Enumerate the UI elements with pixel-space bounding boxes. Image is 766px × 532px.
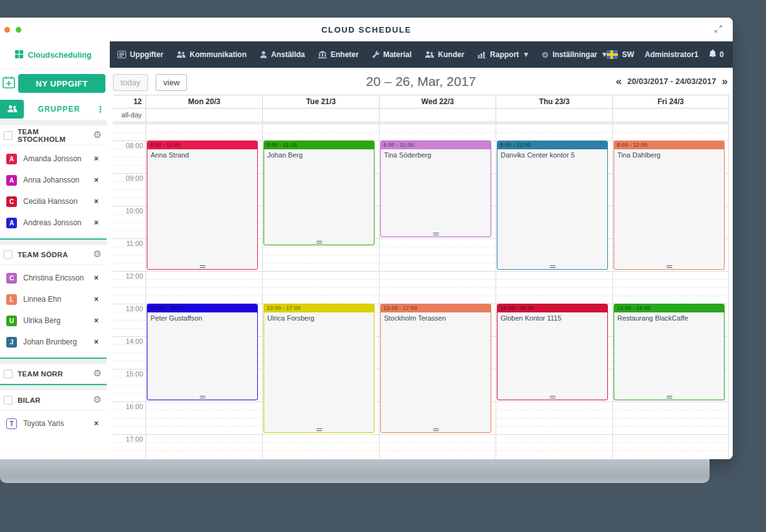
view-button[interactable]: view xyxy=(156,74,187,91)
close-icon[interactable]: × xyxy=(92,295,100,304)
nav-item-inst-llningar[interactable]: ⚙Inställningar▼ xyxy=(541,50,607,60)
member-ulrika-berg[interactable]: UUlrika Berg× xyxy=(0,310,107,331)
event-title: Tina Söderberg xyxy=(381,149,491,161)
member-name: Anna Johansson xyxy=(23,176,86,184)
event-stockholm-terassen[interactable]: 13:00 - 17:00Stockholm Terassen xyxy=(380,304,491,433)
group-checkbox[interactable] xyxy=(4,370,13,378)
close-icon[interactable]: × xyxy=(92,338,100,346)
resize-handle-icon[interactable] xyxy=(433,233,439,235)
event-time: 13:00 - 16:00 xyxy=(147,304,257,312)
event-restaurang-blackcaffe[interactable]: 13:00 - 16:00Restaurang BlackCaffe xyxy=(614,304,725,400)
event-tina-s-derberg[interactable]: 8:00 - 11:00Tina Söderberg xyxy=(380,141,491,237)
resize-handle-icon[interactable] xyxy=(316,428,322,431)
event-tina-dahlberg[interactable]: 8:00 - 12:00Tina Dahlberg xyxy=(614,141,725,270)
nav-item-label: Enheter xyxy=(331,50,359,59)
event-johan-berg[interactable]: 8:00 - 11:15Johan Berg xyxy=(263,141,375,245)
nav-item-anst-llda[interactable]: Anställda xyxy=(260,50,305,59)
group-checkbox[interactable] xyxy=(4,131,13,140)
close-icon[interactable]: × xyxy=(92,274,100,282)
calendar-time-grid[interactable]: 08:0009:0010:0011:0012:0013:0014:0015:00… xyxy=(113,124,729,459)
close-icon[interactable]: × xyxy=(92,218,100,227)
event-ulrica-forsberg[interactable]: 13:00 - 17:00Ulrica Forsberg xyxy=(263,304,375,433)
nav-item-label: Material xyxy=(383,50,412,59)
today-button[interactable]: today xyxy=(113,74,148,91)
day-header-thu-23-3: Thu 23/3 xyxy=(496,95,612,109)
member-amanda-jonsson[interactable]: AAmanda Jonsson× xyxy=(0,148,107,169)
allday-cell[interactable] xyxy=(496,109,612,122)
language-flag-icon[interactable] xyxy=(607,50,618,59)
close-icon[interactable]: × xyxy=(92,419,100,428)
main-area: UppgifterKommunikationAnställdaEnheterMa… xyxy=(107,41,733,459)
member-toyota-yaris[interactable]: TToyota Yaris× xyxy=(0,413,107,434)
resize-handle-icon[interactable] xyxy=(666,265,672,268)
groups-menu-icon[interactable]: ⋮ xyxy=(94,105,107,114)
avatar: J xyxy=(6,337,17,348)
resize-handle-icon[interactable] xyxy=(666,396,672,398)
resize-handle-icon[interactable] xyxy=(199,396,205,398)
allday-cell[interactable] xyxy=(379,109,496,122)
member-cecilia-hansson[interactable]: CCecilia Hansson× xyxy=(0,191,107,212)
time-label: 08:00 xyxy=(113,142,143,149)
group-header: TEAM NORR⚙ xyxy=(0,364,107,384)
allday-cell[interactable] xyxy=(612,109,729,122)
resize-handle-icon[interactable] xyxy=(433,428,439,431)
event-title: Globen Kontor 1115 xyxy=(497,312,607,324)
close-icon[interactable]: × xyxy=(92,197,100,206)
gear-icon[interactable]: ⚙ xyxy=(93,130,102,140)
event-anna-strand[interactable]: 8:00 - 12:00Anna Strand xyxy=(147,141,258,270)
member-johan-brunberg[interactable]: JJohan Brunberg× xyxy=(0,331,107,353)
brand[interactable]: Cloudscheduling xyxy=(0,41,107,69)
window-zoom-dot[interactable] xyxy=(16,27,21,33)
user-name[interactable]: Administrator1 xyxy=(645,50,698,59)
event-time: 13:00 - 16:00 xyxy=(614,304,724,312)
event-time: 8:00 - 11:15 xyxy=(264,141,374,149)
resize-handle-icon[interactable] xyxy=(199,265,205,268)
allday-cell[interactable] xyxy=(262,109,379,122)
gear-icon[interactable]: ⚙ xyxy=(93,395,102,405)
member-linnea-ehn[interactable]: LLinnea Ehn× xyxy=(0,289,107,310)
nav-item-material[interactable]: Material xyxy=(372,50,412,59)
nav-item-kommunikation[interactable]: Kommunikation xyxy=(176,50,247,59)
groups-icon[interactable] xyxy=(0,100,24,119)
close-icon[interactable]: × xyxy=(92,176,100,184)
gear-icon[interactable]: ⚙ xyxy=(93,369,102,378)
member-andreas-jonsson[interactable]: AAndreas Jonsson× xyxy=(0,212,107,233)
group-name: TEAM STOCKHOLM xyxy=(18,128,88,143)
next-week-icon[interactable]: » xyxy=(722,76,728,87)
notifications-button[interactable]: 0 xyxy=(709,50,724,60)
event-time: 13:00 - 16:00 xyxy=(497,304,607,312)
group-bilar: BILAR⚙TToyota Yaris× xyxy=(0,390,107,439)
group-header: TEAM SÖDRA⚙ xyxy=(0,245,107,265)
groups-label: GRUPPER xyxy=(24,105,94,114)
group-name: BILAR xyxy=(18,396,88,404)
nav-item-rapport[interactable]: Rapport▼ xyxy=(477,50,528,59)
section-gap xyxy=(0,359,107,364)
new-task-button[interactable]: NY UPPGIFT xyxy=(18,74,105,93)
group-checkbox[interactable] xyxy=(4,250,13,259)
sidebar: Cloudscheduling NY UPPGIFT GRUPPER ⋮ TEA… xyxy=(0,41,107,459)
allday-cell[interactable] xyxy=(146,109,262,122)
resize-handle-icon[interactable] xyxy=(316,241,322,243)
resize-handle-icon[interactable] xyxy=(550,265,555,268)
expand-icon[interactable] xyxy=(714,24,723,36)
avatar: C xyxy=(6,196,17,207)
gear-icon[interactable]: ⚙ xyxy=(93,250,102,259)
resize-handle-icon[interactable] xyxy=(550,396,555,398)
close-icon[interactable]: × xyxy=(92,316,100,325)
prev-week-icon[interactable]: « xyxy=(615,76,621,87)
event-danviks-center-kontor-5[interactable]: 8:00 - 12:00Danviks Center kontor 5 xyxy=(497,141,608,270)
group-checkbox[interactable] xyxy=(4,396,13,405)
member-christina-ericsson[interactable]: CChristina Ericsson× xyxy=(0,267,107,289)
nav-item-kunder[interactable]: Kunder xyxy=(425,50,464,59)
close-icon[interactable]: × xyxy=(92,154,100,163)
day-header-tue-21-3: Tue 21/3 xyxy=(262,95,379,109)
event-globen-kontor-1115[interactable]: 13:00 - 16:00Globen Kontor 1115 xyxy=(497,304,608,400)
window-minimize-dot[interactable] xyxy=(4,27,10,33)
background-window-edge xyxy=(0,459,710,483)
event-peter-gustaffson[interactable]: 13:00 - 16:00Peter Gustaffson xyxy=(147,304,258,400)
nav-item-uppgifter[interactable]: Uppgifter xyxy=(117,50,163,59)
language-code[interactable]: SW xyxy=(622,50,634,59)
member-anna-johansson[interactable]: AAnna Johansson× xyxy=(0,169,107,191)
calendar: today view 20 – 26, Mar, 2017 « 20/03/20… xyxy=(110,68,733,459)
nav-item-enheter[interactable]: Enheter xyxy=(318,50,359,59)
